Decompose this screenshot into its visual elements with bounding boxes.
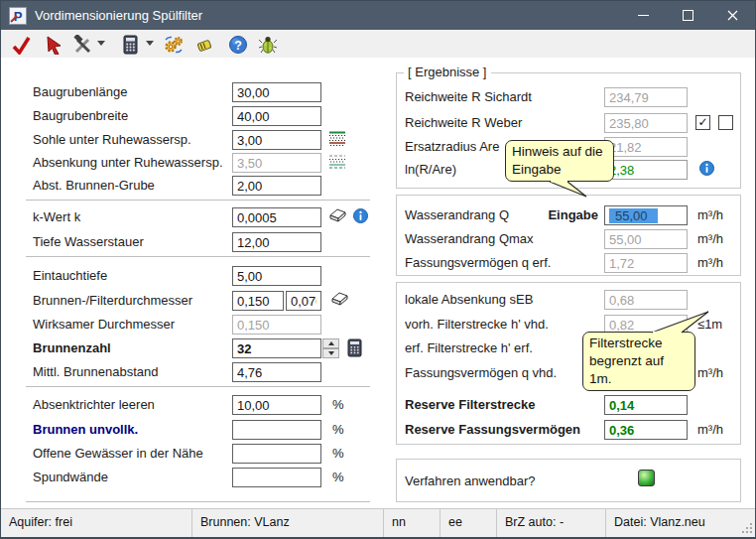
window-controls — [621, 1, 755, 30]
kwert-input[interactable] — [232, 207, 321, 227]
spinner-up-icon — [328, 341, 334, 345]
selected-value: 55,00 — [609, 208, 658, 223]
gears-icon — [163, 35, 185, 55]
wasserandrang-qmax-output — [604, 229, 688, 249]
fassung-erf-label: Fassungsvermögen q erf. — [405, 255, 551, 271]
status-datei-text: Datei: Vlanz.neu — [614, 515, 705, 529]
hammer-wrench-icon — [72, 35, 92, 55]
gewaesser-label: Offene Gewässer in der Nähe — [33, 446, 203, 462]
water-table-icon[interactable] — [329, 154, 345, 174]
minimize-icon — [638, 15, 649, 16]
spinner-down-button[interactable] — [322, 348, 339, 358]
maximize-button[interactable] — [666, 1, 710, 30]
weber-label: Reichweite R Weber — [405, 115, 522, 131]
spinner-down-icon — [328, 351, 334, 355]
baugrubenbreite-label: Baugrubenbreite — [33, 108, 128, 124]
spundwaende-input[interactable] — [232, 468, 321, 487]
titlebar[interactable]: P Vordimensionierung Spülfilter — [1, 1, 755, 30]
kwert-info-icon[interactable] — [353, 208, 368, 227]
close-icon — [727, 10, 738, 21]
ergebnisse-group-label: [ Ergebnisse ] — [404, 65, 491, 79]
app-window: P Vordimensionierung Spülfilter — [0, 0, 756, 539]
brunnenabstand-input[interactable] — [232, 362, 321, 382]
eintauchtiefe-input[interactable] — [232, 266, 321, 286]
sohle-input[interactable] — [232, 130, 321, 150]
reserve-filter-label: Reserve Filterstrecke — [405, 397, 536, 413]
weber-checkbox-unchecked[interactable] — [718, 115, 733, 130]
filter-erf-label: erf. Filterstrecke h' erf. — [405, 340, 533, 356]
confirm-button[interactable] — [9, 33, 33, 56]
close-button[interactable] — [710, 1, 755, 30]
section-divider — [26, 200, 370, 201]
red-check-icon — [11, 35, 31, 55]
soil-layers-icon[interactable] — [329, 131, 345, 151]
eingabe-hint-label: Eingabe — [537, 207, 598, 223]
question-mark-icon: ? — [228, 35, 248, 55]
maximize-icon — [683, 10, 693, 21]
kwert-label: k-Wert k — [33, 209, 80, 225]
wasserstauer-input[interactable] — [232, 232, 321, 252]
sichardt-label: Reichweite R Sichardt — [405, 89, 532, 105]
brunnenzahl-spinner — [322, 338, 339, 358]
absenktrichter-input[interactable] — [232, 395, 321, 415]
durchmesser-label: Brunnen-/Filterdurchmesser — [33, 293, 192, 309]
main-content: Baugrubenlänge Baugrubenbreite Sohle unt… — [1, 58, 755, 507]
kwert-lookup-icon[interactable] — [328, 207, 347, 228]
section-divider — [26, 256, 370, 257]
tooltip-filterstrecke-text: Filterstrecke begrenzt auf 1m. — [589, 336, 664, 386]
settings-button[interactable] — [162, 33, 186, 56]
note-button[interactable] — [192, 33, 216, 56]
absenkung-label: Absenkung unter Ruhewassersp. — [33, 155, 223, 171]
spundwaende-label: Spundwände — [33, 470, 108, 485]
ln-info-icon[interactable] — [699, 161, 714, 180]
unvollk-label: Brunnen unvollk. — [33, 422, 138, 438]
calculator-icon — [120, 35, 140, 55]
absenktrichter-label: Absenktrichter leeren — [33, 397, 155, 413]
wasserandrang-q-unit: m³/h — [697, 207, 723, 222]
tooltip-filterstrecke: Filterstrecke begrenzt auf 1m. — [582, 332, 695, 391]
brunnendurchmesser-input[interactable] — [232, 291, 284, 311]
absenktrichter-unit: % — [332, 397, 344, 412]
section-divider — [26, 501, 370, 502]
ersatzradius-label: Ersatzradius Are — [405, 139, 499, 155]
pointer-button[interactable] — [42, 33, 65, 56]
durchmesser-lookup-icon[interactable] — [330, 291, 349, 312]
minimize-button[interactable] — [621, 1, 666, 30]
tools-dropdown-caret[interactable] — [97, 41, 105, 46]
brunnenzahl-input[interactable] — [232, 338, 321, 358]
resize-grip[interactable] — [742, 523, 753, 534]
status-nn: nn — [384, 509, 441, 537]
brunnenzahl-calculator-icon[interactable] — [347, 338, 362, 361]
wasserandrang-q-input[interactable]: 55,00 — [604, 205, 688, 225]
help-button[interactable]: ? — [226, 33, 250, 56]
eintauchtiefe-label: Eintauchtiefe — [33, 268, 107, 284]
calculate-button[interactable] — [118, 33, 142, 56]
tools-button[interactable] — [70, 33, 94, 56]
tooltip-hinweis-text: Hinweis auf die Eingabe — [512, 144, 603, 177]
wasserandrang-qmax-unit: m³/h — [697, 231, 723, 246]
yellow-tag-icon — [194, 35, 214, 55]
baugrubenlaenge-label: Baugrubenlänge — [33, 84, 127, 100]
spinner-up-button[interactable] — [322, 338, 339, 348]
ln-r-are-label: ln(R/Are) — [405, 162, 456, 178]
baugrubenbreite-input[interactable] — [232, 106, 321, 126]
ersatzradius-output — [604, 137, 688, 157]
verfahren-status-led — [638, 470, 655, 486]
wirksamer-input — [232, 315, 321, 335]
gewaesser-input[interactable] — [232, 444, 321, 464]
weber-checkbox-checked[interactable]: ✓ — [695, 115, 710, 130]
lokale-absenkung-label: lokale Absenkung sEB — [405, 292, 533, 308]
red-arrow-icon — [44, 35, 63, 55]
calculate-dropdown-caret[interactable] — [146, 41, 154, 46]
unvollk-input[interactable] — [232, 420, 321, 440]
wasserstauer-label: Tiefe Wasserstauer — [33, 234, 144, 250]
baugrubenlaenge-input[interactable] — [232, 82, 321, 102]
fassung-vhd-unit: m³/h — [697, 365, 723, 380]
reserve-fassung-unit: m³/h — [697, 422, 723, 437]
abstand-input[interactable] — [232, 176, 321, 196]
debug-button[interactable] — [256, 33, 280, 56]
status-brunnen: Brunnen: VLanz — [192, 509, 384, 537]
abstand-label: Abst. Brunnen-Grube — [33, 178, 155, 194]
reserve-filter-output — [604, 395, 688, 415]
filterdurchmesser-input[interactable] — [286, 291, 321, 311]
